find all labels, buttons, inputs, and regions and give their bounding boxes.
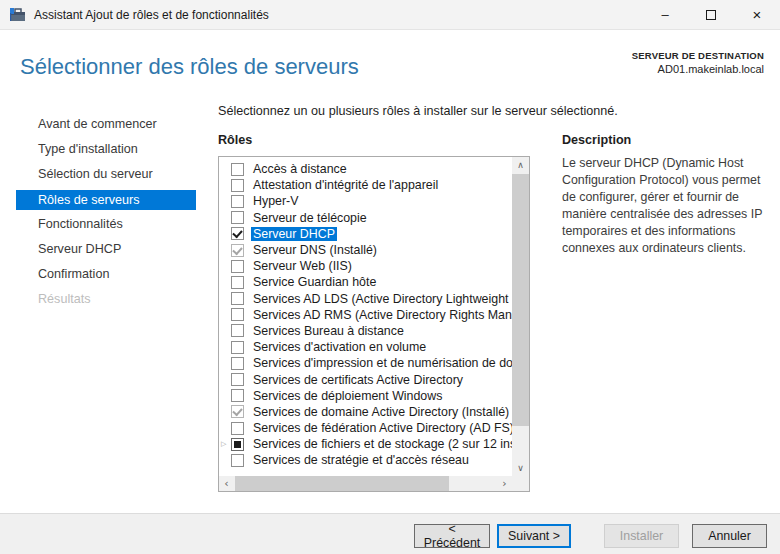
role-row[interactable]: Services de déploiement Windows: [219, 388, 512, 404]
role-label: Services AD LDS (Active Directory Lightw…: [251, 292, 512, 306]
roles-column-label: Rôles: [218, 133, 252, 147]
roles-rows: Accès à distanceAttestation d'intégrité …: [219, 157, 512, 476]
role-label: Hyper-V: [251, 194, 300, 208]
role-row[interactable]: Serveur de télécopie: [219, 210, 512, 226]
role-row[interactable]: ▷Services de fichiers et de stockage (2 …: [219, 436, 512, 452]
role-label: Serveur Web (IIS): [251, 259, 354, 273]
role-row[interactable]: Hyper-V: [219, 193, 512, 209]
role-label: Accès à distance: [251, 162, 349, 176]
sidebar-item-fonctionnalit-s[interactable]: Fonctionnalités: [0, 212, 212, 237]
description-column-label: Description: [562, 133, 631, 147]
role-row[interactable]: Serveur DHCP: [219, 226, 512, 242]
role-checkbox-unchecked[interactable]: [231, 211, 244, 224]
roles-listbox: Accès à distanceAttestation d'intégrité …: [218, 156, 530, 492]
sidebar-item-s-lection-du-serveur[interactable]: Sélection du serveur: [0, 162, 212, 187]
role-label: Services de fédération Active Directory …: [251, 421, 512, 435]
role-label: Serveur DNS (Installé): [251, 243, 379, 257]
scroll-up-icon[interactable]: ∧: [512, 157, 529, 173]
role-checkbox-unchecked[interactable]: [231, 292, 244, 305]
role-row[interactable]: Services de fédération Active Directory …: [219, 420, 512, 436]
destination-server-label: SERVEUR DE DESTINATION: [632, 50, 764, 61]
role-label: Services de déploiement Windows: [251, 389, 444, 403]
role-label: Serveur de télécopie: [251, 211, 369, 225]
expander-icon[interactable]: ▷: [221, 441, 231, 448]
close-button[interactable]: ×: [734, 0, 780, 29]
role-checkbox-unchecked[interactable]: [231, 341, 244, 354]
window-controls: – ×: [642, 0, 780, 29]
role-checkbox-partial[interactable]: [231, 438, 244, 451]
vertical-scroll-thumb[interactable]: [512, 174, 529, 426]
role-checkbox-unchecked[interactable]: [231, 454, 244, 467]
role-row[interactable]: Services d'activation en volume: [219, 339, 512, 355]
role-label: Services de domaine Active Directory (In…: [251, 405, 511, 419]
role-checkbox-unchecked[interactable]: [231, 389, 244, 402]
maximize-icon: [706, 10, 716, 20]
role-row[interactable]: Services de domaine Active Directory (In…: [219, 404, 512, 420]
scrollbar-corner: [512, 476, 529, 491]
role-checkbox-unchecked[interactable]: [231, 373, 244, 386]
role-row[interactable]: Services AD RMS (Active Directory Rights…: [219, 307, 512, 323]
maximize-button[interactable]: [688, 0, 734, 29]
role-checkbox-unchecked[interactable]: [231, 422, 244, 435]
role-label: Serveur DHCP: [251, 227, 337, 241]
horizontal-scroll-thumb[interactable]: [235, 476, 449, 491]
role-checkbox-unchecked[interactable]: [231, 260, 244, 273]
installer-button: Installer: [604, 524, 679, 548]
role-checkbox-unchecked[interactable]: [231, 276, 244, 289]
footer-button-bar: < PrécédentSuivant >InstallerAnnuler: [0, 513, 780, 554]
scroll-left-icon[interactable]: ‹: [219, 476, 234, 491]
page-title: Sélectionner des rôles de serveurs: [20, 54, 359, 80]
role-label: Attestation d'intégrité de l'appareil: [251, 178, 440, 192]
wizard-window: Assistant Ajout de rôles et de fonctionn…: [0, 0, 780, 554]
role-checkbox-installed[interactable]: [231, 405, 244, 418]
scroll-right-icon[interactable]: ›: [497, 476, 512, 491]
horizontal-scrollbar[interactable]: ‹ ›: [219, 476, 512, 491]
sidebar-item-serveur-dhcp[interactable]: Serveur DHCP: [0, 237, 212, 262]
scroll-down-icon[interactable]: ∨: [512, 460, 529, 476]
role-checkbox-unchecked[interactable]: [231, 357, 244, 370]
title-bar: Assistant Ajout de rôles et de fonctionn…: [0, 0, 780, 30]
role-row[interactable]: Services de stratégie et d'accès réseau: [219, 452, 512, 468]
window-title: Assistant Ajout de rôles et de fonctionn…: [34, 8, 269, 22]
roles-wizard-toolbox-icon: [10, 8, 26, 22]
destination-server-block: SERVEUR DE DESTINATION AD01.makeinlab.lo…: [632, 50, 764, 75]
role-label: Services de stratégie et d'accès réseau: [251, 453, 471, 467]
role-row[interactable]: Services AD LDS (Active Directory Lightw…: [219, 291, 512, 307]
vertical-scrollbar[interactable]: ∧ ∨: [512, 157, 529, 476]
role-checkbox-installed[interactable]: [231, 244, 244, 257]
role-label: Services AD RMS (Active Directory Rights…: [251, 308, 512, 322]
role-row[interactable]: Serveur DNS (Installé): [219, 242, 512, 258]
role-row[interactable]: Services Bureau à distance: [219, 323, 512, 339]
role-label: Services Bureau à distance: [251, 324, 406, 338]
pr-c-dent-button[interactable]: < Précédent: [414, 524, 490, 548]
role-label: Services d'impression et de numérisation…: [251, 356, 512, 370]
suivant-button[interactable]: Suivant >: [497, 524, 571, 548]
close-icon: ×: [753, 7, 762, 22]
role-checkbox-unchecked[interactable]: [231, 324, 244, 337]
role-label: Services de fichiers et de stockage (2 s…: [251, 437, 512, 451]
role-row[interactable]: Services de certificats Active Directory: [219, 371, 512, 387]
annuler-button[interactable]: Annuler: [692, 524, 767, 548]
sidebar-item-r-sultats: Résultats: [0, 287, 212, 312]
minimize-button[interactable]: –: [642, 0, 688, 29]
role-checkbox-checked[interactable]: [231, 227, 244, 240]
role-row[interactable]: Service Guardian hôte: [219, 274, 512, 290]
role-row[interactable]: Services d'impression et de numérisation…: [219, 355, 512, 371]
sidebar-item-confirmation[interactable]: Confirmation: [0, 262, 212, 287]
wizard-header: Sélectionner des rôles de serveurs SERVE…: [0, 30, 780, 100]
instruction-text: Sélectionnez un ou plusieurs rôles à ins…: [218, 104, 618, 118]
sidebar-item-type-d-installation[interactable]: Type d'installation: [0, 137, 212, 162]
minimize-icon: –: [661, 8, 668, 21]
role-checkbox-unchecked[interactable]: [231, 163, 244, 176]
role-row[interactable]: Serveur Web (IIS): [219, 258, 512, 274]
role-checkbox-unchecked[interactable]: [231, 179, 244, 192]
role-label: Services d'activation en volume: [251, 340, 428, 354]
role-row[interactable]: Attestation d'intégrité de l'appareil: [219, 177, 512, 193]
role-label: Services de certificats Active Directory: [251, 373, 465, 387]
role-checkbox-unchecked[interactable]: [231, 308, 244, 321]
sidebar-item-avant-de-commencer[interactable]: Avant de commencer: [0, 112, 212, 137]
role-row[interactable]: Accès à distance: [219, 161, 512, 177]
role-checkbox-unchecked[interactable]: [231, 195, 244, 208]
destination-server-name: AD01.makeinlab.local: [632, 63, 764, 75]
sidebar-item-r-les-de-serveurs[interactable]: Rôles de serveurs: [16, 190, 196, 210]
